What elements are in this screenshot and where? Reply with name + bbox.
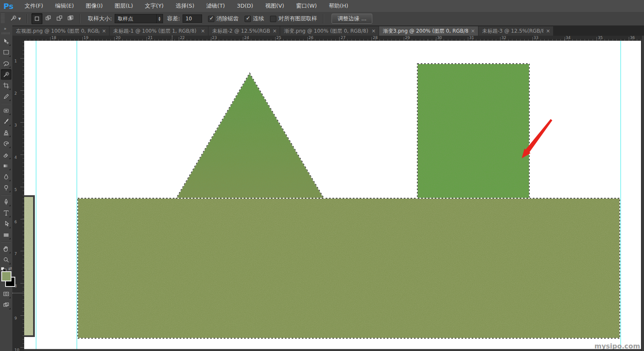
left-peek-window [24,195,35,337]
checkbox-label: 对所有图层取样 [278,15,317,22]
ruler-major-tick [307,37,308,41]
options-bar-grip[interactable] [1,14,5,24]
ruler-major-tick [114,37,115,41]
tab-close-icon[interactable]: × [369,28,379,34]
hruler-label: 27 [340,36,345,40]
clone-stamp-tool-button[interactable] [1,127,11,138]
tab-close-icon[interactable]: × [198,28,208,34]
swap-colors-icon[interactable]: ⇄ [8,266,12,271]
intersect-selection-button[interactable] [65,13,76,23]
rectangular-marquee-tool-button[interactable] [1,47,11,58]
tab-close-icon[interactable]: × [468,28,478,34]
crop-tool-button[interactable] [1,80,11,91]
subtract-from-selection-button[interactable] [54,13,65,23]
menu-item-1[interactable]: 文件(F) [19,0,49,12]
vruler-label: 5 [14,188,17,192]
hruler-label: 24 [244,36,249,40]
tool-divider [1,103,11,104]
hruler-label: 28 [373,36,377,40]
ruler-major-tick [468,37,468,41]
color-swatches: ⇄ [0,266,12,288]
vruler-label: 9 [14,316,17,320]
magic-wand-tool-button[interactable] [1,69,11,80]
gradient-tool-button[interactable] [1,160,11,171]
dodge-tool-button[interactable] [1,183,11,193]
lasso-tool-button[interactable] [1,58,11,69]
vruler-label: 3 [14,123,17,127]
vertical-ruler[interactable]: 12345678910 [12,41,25,351]
type-tool-button[interactable] [1,208,11,218]
menu-item-2[interactable]: 编辑(E) [49,0,80,12]
menu-item-5[interactable]: 文字(Y) [139,0,169,12]
eyedropper-tool-button[interactable] [1,91,11,102]
document-tab-4[interactable]: 渐变.png @ 100% (图层 0, RGB/8) *× [280,26,379,36]
foreground-color-swatch[interactable] [1,271,11,281]
sample-size-label: 取样大小: [88,15,112,22]
tab-close-icon[interactable]: × [99,28,109,34]
ruler-major-tick [404,37,404,41]
document-tab-1[interactable]: 左视图.png @ 100% (图层 0, RGB/8)× [12,26,109,36]
collapse-panel-icon[interactable]: » [0,25,12,31]
zoom-tool-button[interactable] [1,255,11,265]
menu-item-8[interactable]: 3D(D) [231,0,259,12]
ruler-major-tick [20,187,24,187]
document-canvas[interactable]: mysipo.com [24,41,641,351]
checkbox-1[interactable]: ✓ [208,16,214,22]
vruler-label: 1 [14,59,17,63]
menu-bar: Ps 文件(F)编辑(E)图像(I)图层(L)文字(Y)选择(S)滤镜(T)3D… [0,0,644,12]
quick-mask-button[interactable] [1,289,11,299]
selection-mode-buttons [31,13,76,24]
tools-panel-grip[interactable] [2,32,11,34]
menu-items: 文件(F)编辑(E)图像(I)图层(L)文字(Y)选择(S)滤镜(T)3D(D)… [19,0,354,12]
photoshop-window: Ps 文件(F)编辑(E)图像(I)图层(L)文字(Y)选择(S)滤镜(T)3D… [0,0,644,351]
chevron-down-icon: ▼ [18,17,21,21]
tool-preset-picker[interactable]: ▼ [7,14,23,24]
screen-mode-button[interactable] [1,300,11,310]
building-rectangle [417,64,529,198]
menu-item-10[interactable]: 窗口(W) [290,0,323,12]
history-brush-tool-button[interactable] [1,138,11,149]
pen-tool-button[interactable] [1,197,11,207]
add-to-selection-button[interactable] [43,13,53,23]
ruler-major-tick [20,122,24,123]
new-selection-button[interactable] [31,13,42,24]
hand-tool-button[interactable] [1,244,11,254]
checkbox-group: ✓消除锯齿 [208,15,239,22]
checkbox-2[interactable]: ✓ [245,16,251,22]
photoshop-logo: Ps [0,2,19,11]
tab-label: 未标题-3 @ 12.5%(RGB/8) [478,28,543,35]
document-tab-5[interactable]: 渐变3.png @ 200% (图层 0, RGB/8) *× [379,26,478,36]
document-tab-6[interactable]: 未标题-3 @ 12.5%(RGB/8)× [478,26,553,36]
menu-item-9[interactable]: 视图(V) [259,0,290,12]
ruler-major-tick [532,37,533,41]
move-tool-button[interactable] [1,36,11,47]
hruler-label: 21 [148,36,152,40]
checkbox-3[interactable] [270,16,276,22]
ruler-major-tick [20,251,24,251]
vruler-label: 6 [14,220,17,224]
ruler-major-tick [211,37,211,41]
menu-item-11[interactable]: 帮助(H) [323,0,354,12]
document-tab-3[interactable]: 未标题-2 @ 12.5%(RGB/8)× [208,26,280,36]
hruler-label: 35 [598,36,602,40]
menu-item-3[interactable]: 图像(I) [80,0,109,12]
path-selection-tool-button[interactable] [1,219,11,229]
stepper-icon[interactable]: ▲▼ [156,14,163,23]
tools-panel: » ⇄ [0,25,13,351]
brush-tool-button[interactable] [1,116,11,127]
refine-edge-button[interactable]: 调整边缘 ... [332,14,373,24]
menu-item-7[interactable]: 滤镜(T) [200,0,231,12]
tab-close-icon[interactable]: × [543,28,553,34]
document-tab-2[interactable]: 未标题-1 @ 100% (图层 1, RGB/8) *× [110,26,208,36]
spot-healing-brush-tool-button[interactable] [1,105,11,116]
menu-item-6[interactable]: 选择(S) [169,0,200,12]
tab-close-icon[interactable]: × [270,28,280,34]
tolerance-input[interactable]: 10 [183,14,202,23]
eraser-tool-button[interactable] [1,149,11,160]
tool-divider [1,241,11,242]
menu-item-4[interactable]: 图层(L) [109,0,139,12]
sample-size-dropdown[interactable]: 取样点 ▲▼ [115,14,163,23]
tolerance-label: 容差: [167,15,180,22]
rectangle-tool-button[interactable] [1,230,11,240]
blur-tool-button[interactable] [1,171,11,182]
